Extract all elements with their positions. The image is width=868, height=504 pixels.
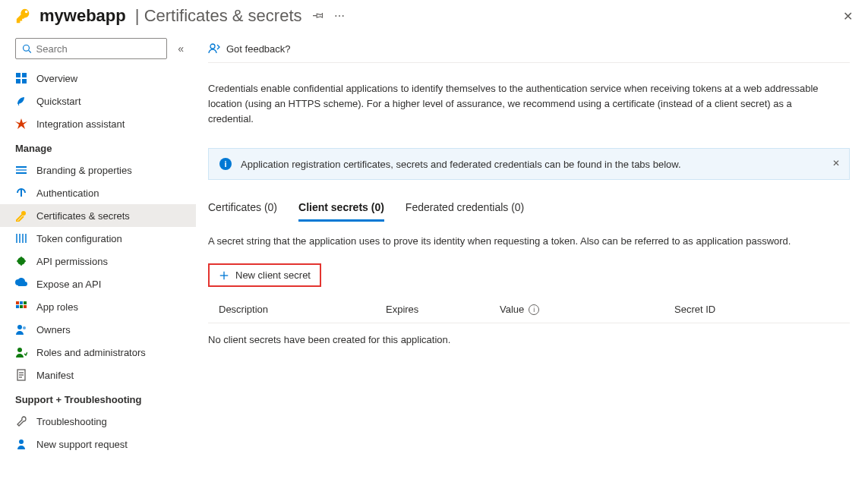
secrets-table-header: Description Expires Value i Secret ID [208, 298, 850, 323]
svg-line-1 [29, 50, 31, 52]
plus-icon [219, 270, 229, 281]
col-expires: Expires [386, 304, 500, 315]
svg-rect-16 [20, 301, 23, 304]
sidebar-item-label: Overview [36, 73, 77, 84]
expose-api-icon [15, 278, 27, 290]
sidebar-item-label: Integration assistant [36, 118, 125, 130]
pin-icon[interactable] [313, 10, 324, 23]
search-box[interactable] [15, 38, 167, 59]
new-client-secret-button[interactable]: New client secret [208, 263, 321, 287]
svg-rect-17 [24, 301, 27, 304]
app-roles-icon [15, 301, 27, 313]
col-secret-id: Secret ID [674, 304, 850, 315]
support-request-icon [15, 438, 27, 450]
svg-rect-18 [16, 305, 19, 308]
sidebar-item-app-roles[interactable]: App roles [0, 295, 196, 318]
sidebar-item-label: App roles [36, 301, 78, 313]
svg-point-0 [24, 45, 30, 51]
owners-icon [15, 323, 27, 335]
svg-rect-2 [16, 73, 21, 77]
sidebar-item-label: API permissions [36, 256, 108, 267]
svg-point-29 [210, 44, 215, 49]
sidebar-item-expose-api[interactable]: Expose an API [0, 272, 196, 295]
branding-icon [15, 164, 27, 176]
sidebar-item-label: Manifest [36, 370, 74, 381]
intro-text: Credentials enable confidential applicat… [208, 81, 831, 127]
api-permissions-icon [15, 255, 27, 267]
info-banner-text: Application registration certificates, s… [241, 159, 681, 170]
close-icon[interactable]: ✕ [843, 9, 853, 24]
page-subtitle: | Certificates & secrets [131, 6, 302, 26]
sidebar-item-label: Owners [36, 324, 71, 335]
sidebar-item-integration-assistant[interactable]: Integration assistant [0, 112, 196, 135]
sidebar-item-roles-admins[interactable]: Roles and administrators [0, 341, 196, 364]
sidebar-item-label: Expose an API [36, 279, 101, 290]
feedback-icon [208, 43, 220, 55]
sidebar-item-label: Authentication [36, 187, 99, 199]
tabs: Certificates (0) Client secrets (0) Fede… [208, 201, 850, 222]
new-client-secret-label: New client secret [235, 269, 311, 281]
page-header: mywebapp | Certificates & secrets ⋯ ✕ [0, 0, 868, 33]
tab-federated-credentials[interactable]: Federated credentials (0) [406, 201, 524, 222]
svg-rect-3 [22, 73, 27, 77]
troubleshooting-icon [15, 415, 27, 427]
sidebar-item-label: Quickstart [36, 96, 81, 107]
app-name: mywebapp [39, 6, 126, 26]
integration-icon [15, 118, 27, 130]
svg-rect-15 [16, 301, 19, 304]
svg-point-22 [23, 326, 26, 329]
tab-client-secrets[interactable]: Client secrets (0) [298, 201, 384, 222]
tab-description: A secret string that the application use… [208, 235, 831, 247]
sidebar-item-authentication[interactable]: Authentication [0, 181, 196, 204]
sidebar-item-manifest[interactable]: Manifest [0, 364, 196, 386]
svg-point-23 [17, 348, 22, 352]
got-feedback-button[interactable]: Got feedback? [208, 43, 291, 55]
col-value: Value i [500, 304, 674, 315]
dismiss-banner-icon[interactable]: ✕ [832, 158, 840, 169]
info-icon: i [219, 158, 232, 170]
sidebar-item-troubleshooting[interactable]: Troubleshooting [0, 410, 196, 433]
sidebar-item-label: Branding & properties [36, 165, 132, 176]
sidebar-item-token-configuration[interactable]: Token configuration [0, 227, 196, 250]
key-icon [15, 8, 32, 24]
sidebar-item-quickstart[interactable]: Quickstart [0, 90, 196, 112]
svg-rect-5 [22, 79, 27, 83]
svg-point-21 [17, 325, 22, 329]
sidebar-item-new-support-request[interactable]: New support request [0, 433, 196, 455]
feedback-label: Got feedback? [226, 43, 291, 55]
authentication-icon [15, 187, 27, 199]
svg-rect-6 [16, 166, 27, 168]
collapse-sidebar-icon[interactable]: « [178, 43, 184, 55]
manifest-icon [15, 369, 27, 381]
svg-point-28 [19, 439, 24, 444]
section-support-label: Support + Troubleshooting [0, 386, 196, 410]
value-info-icon[interactable]: i [529, 304, 539, 315]
sidebar-item-label: Certificates & secrets [36, 210, 130, 222]
more-icon[interactable]: ⋯ [334, 10, 345, 22]
sidebar-item-label: Troubleshooting [36, 416, 107, 427]
token-icon [15, 232, 27, 244]
sidebar-item-overview[interactable]: Overview [0, 67, 196, 90]
svg-rect-4 [16, 79, 21, 83]
sidebar-item-label: Token configuration [36, 233, 122, 244]
sidebar-item-owners[interactable]: Owners [0, 318, 196, 341]
sidebar-item-api-permissions[interactable]: API permissions [0, 250, 196, 272]
tab-certificates[interactable]: Certificates (0) [208, 201, 277, 222]
sidebar: « Overview Quickstart Integration assist… [0, 33, 196, 455]
svg-rect-19 [20, 305, 23, 308]
search-icon [22, 43, 32, 54]
sidebar-item-certificates-secrets[interactable]: Certificates & secrets [0, 204, 196, 227]
info-banner: i Application registration certificates,… [208, 148, 850, 180]
svg-point-14 [17, 257, 25, 265]
overview-icon [15, 72, 27, 84]
command-bar: Got feedback? [208, 38, 850, 63]
svg-rect-7 [16, 169, 27, 171]
main-content: Got feedback? Credentials enable confide… [196, 33, 868, 455]
sidebar-item-label: Roles and administrators [36, 347, 146, 358]
section-manage-label: Manage [0, 135, 196, 159]
sidebar-item-branding[interactable]: Branding & properties [0, 159, 196, 181]
search-input[interactable] [36, 43, 161, 55]
col-description: Description [219, 304, 386, 315]
sidebar-item-label: New support request [36, 439, 128, 450]
quickstart-icon [15, 95, 27, 107]
